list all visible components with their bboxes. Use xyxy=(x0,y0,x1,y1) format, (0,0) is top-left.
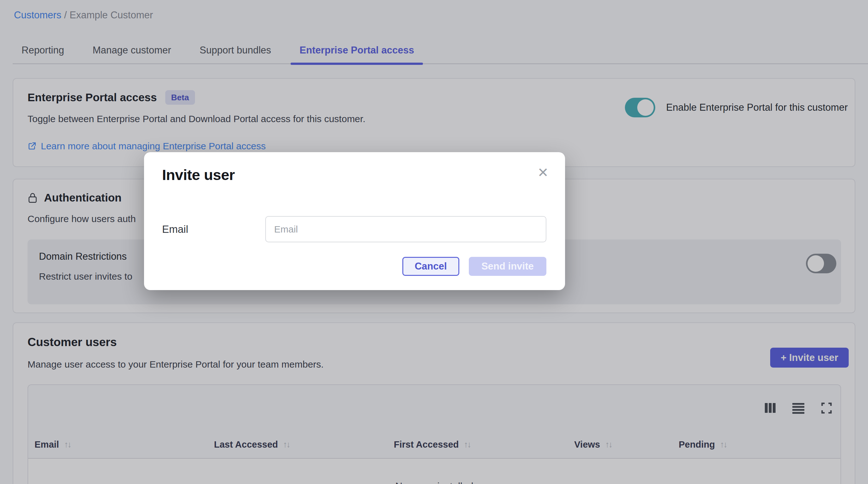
invite-user-modal: Invite user ✕ Email Cancel Send invite xyxy=(144,152,565,290)
modal-title: Invite user xyxy=(162,166,235,184)
modal-form: Email xyxy=(162,216,547,242)
send-invite-button[interactable]: Send invite xyxy=(469,257,547,276)
email-field[interactable] xyxy=(265,216,547,242)
cancel-button[interactable]: Cancel xyxy=(402,257,459,276)
close-icon[interactable]: ✕ xyxy=(537,166,549,180)
email-label: Email xyxy=(162,223,265,235)
modal-actions: Cancel Send invite xyxy=(402,257,547,276)
